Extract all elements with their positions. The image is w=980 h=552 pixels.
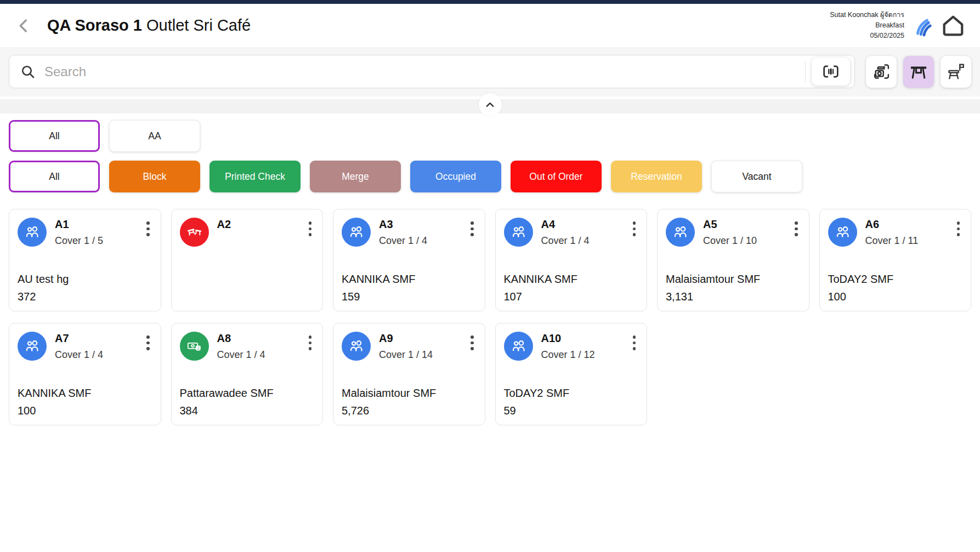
camera-scan-icon bbox=[872, 62, 891, 81]
table-cover: Cover 1 / 11 bbox=[865, 235, 919, 247]
guest-name: KANNIKA SMF bbox=[342, 273, 477, 286]
card-title-block: A1 Cover 1 / 5 bbox=[55, 218, 103, 247]
check-amount: 100 bbox=[828, 291, 963, 303]
status-filter-reservation[interactable]: Reservation bbox=[611, 161, 702, 192]
table-card-a10[interactable]: A10 Cover 1 / 12 ToDAY2 SMF 59 bbox=[495, 323, 648, 425]
table-card-a6[interactable]: A6 Cover 1 / 11 ToDAY2 SMF 100 bbox=[819, 209, 972, 311]
table-card-a3[interactable]: A3 Cover 1 / 4 KANNIKA SMF 159 bbox=[333, 209, 485, 311]
table-id: A7 bbox=[55, 332, 103, 345]
search-input[interactable] bbox=[44, 64, 805, 79]
kebab-menu-icon[interactable] bbox=[630, 218, 639, 240]
table-card-a1[interactable]: A1 Cover 1 / 5 AU test hg 372 bbox=[9, 209, 161, 311]
collapse-panel-button[interactable] bbox=[479, 93, 502, 116]
barcode-scan-icon bbox=[821, 63, 841, 80]
kebab-menu-icon[interactable] bbox=[306, 218, 315, 240]
table-card-a8[interactable]: A8 Cover 1 / 4 Pattarawadee SMF 384 bbox=[171, 323, 324, 425]
outlet-name: Outlet Sri Café bbox=[146, 16, 251, 34]
session-info: Sutat Koonchak ผู้จัดการ Breakfast 05/02… bbox=[830, 10, 904, 41]
search-field bbox=[9, 55, 855, 88]
check-amount: 384 bbox=[180, 405, 315, 417]
kebab-menu-icon[interactable] bbox=[630, 332, 639, 354]
kebab-menu-icon[interactable] bbox=[468, 332, 477, 354]
card-top: A10 Cover 1 / 12 bbox=[504, 332, 639, 361]
people-icon bbox=[18, 332, 47, 361]
people-icon bbox=[828, 218, 857, 247]
barcode-scan-button[interactable] bbox=[812, 58, 850, 86]
home-button[interactable] bbox=[941, 13, 966, 38]
kebab-menu-icon[interactable] bbox=[792, 218, 801, 240]
people-icon bbox=[18, 218, 47, 247]
table-id: A2 bbox=[217, 218, 231, 231]
table-view-toggle[interactable] bbox=[903, 56, 934, 88]
table-id: A4 bbox=[541, 218, 590, 231]
card-top: A6 Cover 1 / 11 bbox=[828, 218, 963, 247]
guest-name: AU test hg bbox=[18, 273, 152, 286]
home-icon bbox=[941, 13, 966, 38]
card-top: A7 Cover 1 / 4 bbox=[18, 332, 152, 361]
table-id: A5 bbox=[703, 218, 757, 231]
card-title-block: A6 Cover 1 / 11 bbox=[865, 218, 919, 247]
people-icon bbox=[504, 218, 533, 247]
chair-view-icon bbox=[946, 62, 966, 82]
card-title-block: A2 bbox=[217, 218, 231, 235]
meal-period: Breakfast bbox=[830, 20, 904, 31]
kebab-menu-icon[interactable] bbox=[306, 332, 315, 354]
camera-scan-button[interactable] bbox=[866, 56, 897, 88]
card-title-block: A10 Cover 1 / 12 bbox=[541, 332, 595, 361]
status-filter-all[interactable]: All bbox=[9, 161, 100, 192]
tables-icon bbox=[180, 218, 209, 247]
zone-filter-all[interactable]: All bbox=[9, 120, 100, 152]
kebab-menu-icon[interactable] bbox=[468, 218, 477, 240]
kebab-menu-icon[interactable] bbox=[954, 218, 963, 240]
collapse-strip bbox=[0, 99, 980, 113]
check-amount: 3,131 bbox=[666, 291, 801, 303]
status-filter-out-of-order[interactable]: Out of Order bbox=[511, 161, 602, 192]
chevron-left-icon bbox=[15, 17, 33, 35]
guest-name: ToDAY2 SMF bbox=[504, 387, 639, 400]
table-card-a9[interactable]: A9 Cover 1 / 14 Malaisiamtour SMF 5,726 bbox=[333, 323, 485, 425]
check-amount: 107 bbox=[504, 291, 639, 303]
card-title-block: A3 Cover 1 / 4 bbox=[379, 218, 427, 247]
search-toolbar bbox=[0, 47, 980, 96]
card-top: A9 Cover 1 / 14 bbox=[342, 332, 477, 361]
check-amount bbox=[180, 291, 315, 303]
card-title-block: A9 Cover 1 / 14 bbox=[379, 332, 433, 361]
people-icon bbox=[342, 332, 371, 361]
zone-filter-aa[interactable]: AA bbox=[109, 120, 200, 152]
card-top: A1 Cover 1 / 5 bbox=[18, 218, 152, 247]
brand-swoosh-icon bbox=[913, 15, 932, 37]
status-filter-printed-check[interactable]: Printed Check bbox=[209, 161, 301, 192]
table-id: A3 bbox=[379, 218, 427, 231]
kebab-menu-icon[interactable] bbox=[144, 218, 152, 240]
status-filter-merge[interactable]: Merge bbox=[310, 161, 401, 192]
check-amount: 159 bbox=[342, 291, 477, 303]
table-card-a5[interactable]: A5 Cover 1 / 10 Malaisiamtour SMF 3,131 bbox=[657, 209, 809, 311]
table-cover: Cover 1 / 14 bbox=[379, 349, 433, 361]
card-top: A5 Cover 1 / 10 bbox=[666, 218, 801, 247]
guest-name: ToDAY2 SMF bbox=[828, 273, 963, 286]
chair-view-toggle[interactable] bbox=[941, 56, 971, 88]
table-card-a4[interactable]: A4 Cover 1 / 4 KANNIKA SMF 107 bbox=[495, 209, 648, 311]
zone-filter-row: All AA bbox=[9, 120, 971, 152]
card-title-block: A7 Cover 1 / 4 bbox=[55, 332, 103, 361]
status-filter-block[interactable]: Block bbox=[109, 161, 200, 192]
table-cover: Cover 1 / 4 bbox=[541, 235, 590, 247]
back-button[interactable] bbox=[13, 15, 35, 37]
card-title-block: A8 Cover 1 / 4 bbox=[217, 332, 265, 361]
table-id: A9 bbox=[379, 332, 433, 345]
card-title-block: A4 Cover 1 / 4 bbox=[541, 218, 590, 247]
table-id: A8 bbox=[217, 332, 265, 345]
page-title: QA Soraso 1Outlet Sri Café bbox=[47, 16, 251, 35]
status-filter-vacant[interactable]: Vacant bbox=[711, 161, 802, 192]
people-icon bbox=[666, 218, 695, 247]
check-amount: 5,726 bbox=[342, 405, 477, 417]
table-card-a2[interactable]: A2 bbox=[171, 209, 324, 311]
chevron-up-icon bbox=[484, 99, 496, 111]
table-cover: Cover 1 / 4 bbox=[217, 349, 265, 361]
kebab-menu-icon[interactable] bbox=[144, 332, 152, 354]
divider bbox=[805, 61, 806, 82]
table-card-a7[interactable]: A7 Cover 1 / 4 KANNIKA SMF 100 bbox=[9, 323, 161, 425]
status-filter-occupied[interactable]: Occupied bbox=[410, 161, 501, 192]
table-id: A10 bbox=[541, 332, 595, 345]
search-icon bbox=[19, 63, 37, 81]
